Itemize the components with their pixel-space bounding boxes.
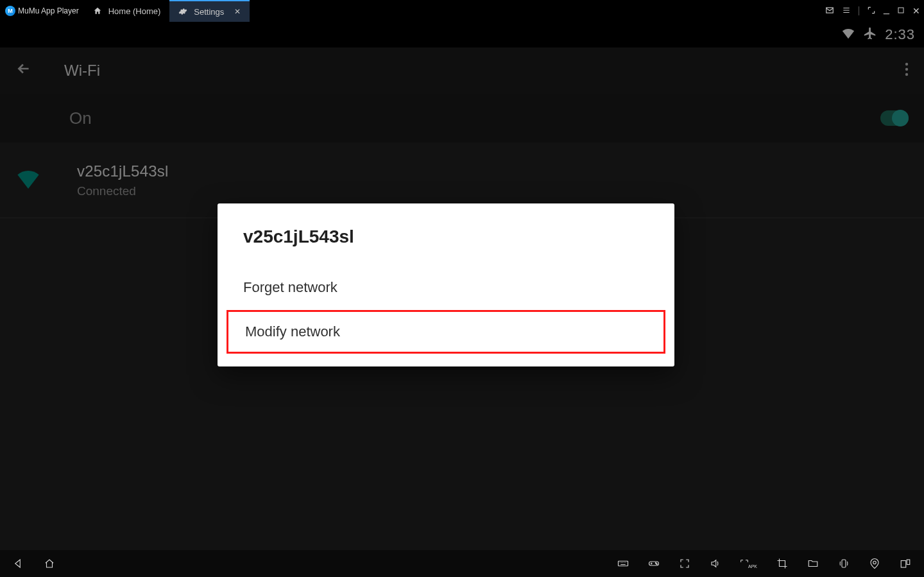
svg-point-6 [655, 563, 656, 564]
crop-icon[interactable] [775, 556, 789, 571]
expand-icon[interactable] [867, 6, 876, 17]
tab-home-label: Home (Home) [108, 6, 161, 16]
titlebar-divider [859, 6, 859, 15]
mail-icon[interactable] [825, 6, 834, 17]
keyboard-icon[interactable] [616, 556, 630, 571]
android-screen: 2:33 Wi-Fi On v25c1jL543sl Connected v25… [0, 22, 924, 550]
tab-settings-label: Settings [194, 7, 224, 17]
tab-close-icon[interactable]: ✕ [234, 7, 241, 16]
svg-point-9 [873, 561, 877, 564]
tab-settings[interactable]: Settings ✕ [169, 0, 250, 22]
multi-instance-icon[interactable] [898, 556, 912, 571]
window-controls: _ ✕ [825, 0, 920, 22]
close-icon[interactable]: ✕ [912, 6, 920, 16]
folder-icon[interactable] [806, 556, 820, 571]
location-icon[interactable] [868, 556, 882, 571]
modify-network-option[interactable]: Modify network [227, 310, 665, 354]
svg-point-7 [656, 564, 658, 565]
svg-rect-8 [842, 560, 846, 567]
emulator-toolbar: APK [0, 550, 924, 577]
nav-back-icon[interactable] [12, 556, 26, 571]
tab-home[interactable]: Home (Home) [84, 0, 170, 22]
apk-label: APK [748, 564, 757, 569]
mumu-logo-icon: M [5, 6, 15, 16]
forget-network-option[interactable]: Forget network [218, 265, 674, 310]
app-name-label: MuMu App Player [18, 6, 79, 15]
window-titlebar: M MuMu App Player Home (Home) Settings ✕… [0, 0, 924, 22]
gear-icon [178, 7, 187, 16]
svg-rect-11 [907, 560, 910, 565]
dialog-title: v25c1jL543sl [218, 223, 674, 265]
svg-rect-1 [898, 8, 903, 13]
apk-install-icon[interactable]: APK [739, 556, 758, 571]
gamepad-icon[interactable] [647, 556, 661, 571]
svg-rect-5 [619, 561, 628, 566]
network-options-dialog: v25c1jL543sl Forget network Modify netwo… [218, 203, 674, 366]
shake-icon[interactable] [837, 556, 851, 571]
app-logo: M MuMu App Player [0, 0, 84, 22]
minimize-icon[interactable]: _ [884, 3, 889, 15]
fullscreen-icon[interactable] [678, 556, 692, 571]
nav-home-icon[interactable] [42, 556, 56, 571]
svg-rect-10 [901, 561, 906, 568]
maximize-icon[interactable] [897, 6, 905, 16]
home-icon [93, 6, 102, 15]
volume-icon[interactable] [708, 556, 723, 571]
menu-lines-icon[interactable] [842, 6, 851, 17]
